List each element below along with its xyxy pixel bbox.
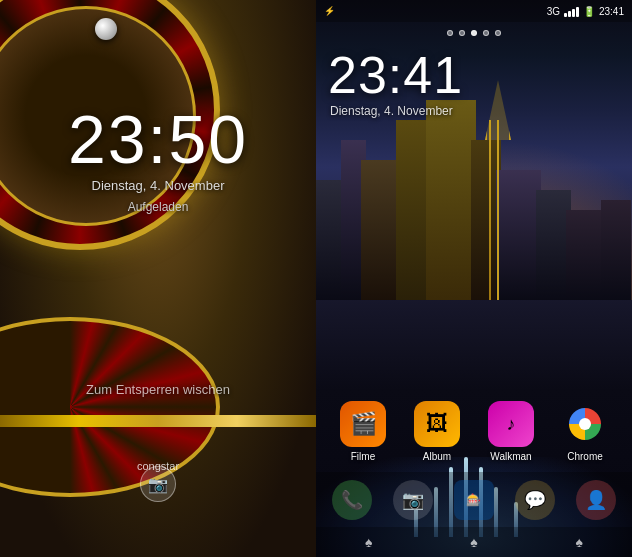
app-filme[interactable]: 🎬 Filme [340, 401, 386, 462]
app-icons-row: 🎬 Filme 🖼 Album ♪ Walkman Chrome [316, 401, 632, 462]
network-indicator: 3G [547, 6, 560, 17]
walkman-label: Walkman [490, 451, 531, 462]
status-clock: 23:41 [599, 6, 624, 17]
app-chrome[interactable]: Chrome [562, 401, 608, 462]
dot-3-active [471, 30, 477, 36]
chrome-icon [569, 408, 601, 440]
right-clock-time: 23:41 [328, 45, 463, 105]
status-bar: ⚡ 3G 🔋 23:41 [316, 0, 632, 22]
dock-chat[interactable]: 💬 [515, 480, 555, 520]
signal-bar-4 [576, 7, 579, 17]
dot-1 [447, 30, 453, 36]
signal-bars [564, 5, 579, 17]
signal-bar-3 [572, 9, 575, 17]
buildings [316, 100, 632, 300]
roulette-ball [95, 18, 117, 40]
left-charged-label: Aufgeladen [0, 200, 316, 214]
bottom-dock: 📞 📷 🎰 💬 👤 [316, 472, 632, 527]
chrome-icon-wrapper [562, 401, 608, 447]
dock-slots[interactable]: 🎰 [454, 480, 494, 520]
battery-icon: 🔋 [583, 6, 595, 17]
page-dots [316, 30, 632, 36]
status-left: ⚡ [324, 6, 335, 16]
app-album[interactable]: 🖼 Album [414, 401, 460, 462]
signal-bar-1 [564, 13, 567, 17]
walkman-icon: ♪ [488, 401, 534, 447]
building-9 [566, 210, 606, 300]
dot-2 [459, 30, 465, 36]
building-10 [601, 200, 631, 300]
left-camera-button[interactable]: 📷 [140, 466, 176, 502]
chrome-label: Chrome [567, 451, 603, 462]
filme-icon: 🎬 [340, 401, 386, 447]
right-phone-screen: ⚡ 3G 🔋 23:41 23:41 Dienstag, 4. November… [316, 0, 632, 557]
nav-home-spade[interactable]: ♠ [470, 534, 477, 550]
signal-bar-2 [568, 11, 571, 17]
dot-5 [495, 30, 501, 36]
left-clock-date: Dienstag, 4. November [0, 178, 316, 193]
right-clock-date: Dienstag, 4. November [330, 104, 453, 118]
building-5 [426, 100, 476, 300]
status-right: 3G 🔋 23:41 [547, 5, 624, 17]
album-icon: 🖼 [414, 401, 460, 447]
dock-contacts[interactable]: 👤 [576, 480, 616, 520]
eiffel-tower [481, 80, 511, 300]
building-3 [361, 160, 401, 300]
left-clock-time: 23:50 [0, 100, 316, 178]
nav-back-spade[interactable]: ♠ [365, 534, 372, 550]
left-swipe-label: Zum Entsperren wischen [0, 382, 316, 397]
bottom-navigation: ♠ ♠ ♠ [316, 527, 632, 557]
dock-camera[interactable]: 📷 [393, 480, 433, 520]
album-label: Album [423, 451, 451, 462]
app-walkman[interactable]: ♪ Walkman [488, 401, 534, 462]
filme-label: Filme [351, 451, 375, 462]
golden-strip [0, 415, 316, 427]
nav-recents-spade[interactable]: ♠ [576, 534, 583, 550]
left-phone-screen: 23:50 Dienstag, 4. November Aufgeladen Z… [0, 0, 316, 557]
dock-phone[interactable]: 📞 [332, 480, 372, 520]
dot-4 [483, 30, 489, 36]
usb-icon: ⚡ [324, 6, 335, 16]
